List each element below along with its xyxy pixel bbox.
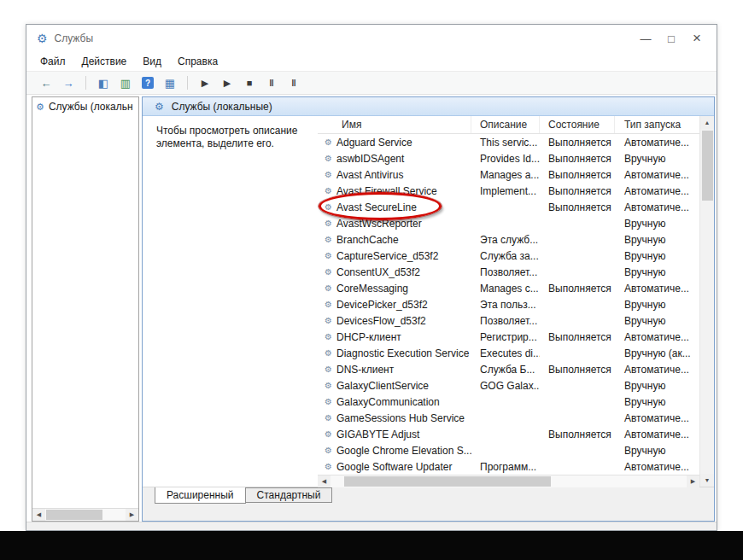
stop-service-icon[interactable]: ■ — [240, 73, 259, 92]
service-row[interactable]: ⚙ Diagnostic Execution Service Executes … — [318, 345, 699, 361]
show-console-tree-icon[interactable]: ◧ — [94, 73, 113, 92]
service-row[interactable]: ⚙ Google Chrome Elevation S... Вручную — [318, 442, 699, 458]
title-bar: ⚙ Службы — □ × — [26, 25, 717, 52]
panel-header-label: Службы (локальные) — [172, 101, 272, 113]
maximize-button[interactable]: □ — [658, 32, 684, 45]
tab-extended[interactable]: Расширенный — [155, 487, 246, 504]
service-gear-icon: ⚙ — [325, 429, 332, 439]
back-icon[interactable]: ← — [37, 73, 56, 92]
service-gear-icon: ⚙ — [325, 462, 332, 471]
service-gear-icon: ⚙ — [325, 251, 332, 260]
scroll-left-icon[interactable]: ◀ — [32, 509, 45, 521]
service-row[interactable]: ⚙ DevicePicker_d53f2 Эта польз... Вручну… — [318, 296, 699, 312]
column-header-description[interactable]: Описание — [471, 116, 540, 133]
column-header-status[interactable]: Состояние — [540, 116, 615, 133]
service-startup-type: Вручную — [615, 445, 699, 457]
tree-scroll-track[interactable] — [45, 509, 126, 521]
service-gear-icon: ⚙ — [325, 219, 332, 228]
list-view-icon[interactable]: ▦ — [161, 73, 179, 92]
tab-standard[interactable]: Стандартный — [245, 487, 333, 503]
service-gear-icon: ⚙ — [325, 413, 332, 423]
service-row[interactable]: ⚙ GalaxyCommunication Вручную — [318, 394, 699, 410]
list-scroll-thumb[interactable] — [344, 476, 551, 487]
restart-service-icon[interactable]: ‖ — [284, 73, 303, 92]
description-hint: Чтобы просмотреть описание элемента, выд… — [156, 125, 306, 151]
menu-action[interactable]: Действие — [82, 55, 127, 67]
service-startup-type: Вручную — [615, 266, 699, 278]
service-row[interactable]: ⚙ ConsentUX_d53f2 Позволяет... Вручную — [318, 264, 699, 280]
service-gear-icon: ⚙ — [325, 381, 332, 390]
service-startup-type: Автоматиче... — [615, 169, 699, 181]
service-row[interactable]: ⚙ GameSessions Hub Service Автоматиче... — [318, 410, 699, 426]
scroll-left-icon[interactable]: ◀ — [318, 475, 331, 487]
list-horizontal-scrollbar[interactable]: ◀ ▶ — [318, 475, 699, 487]
service-row[interactable]: ⚙ Avast Antivirus Manages a... Выполняет… — [318, 166, 699, 183]
services-node-icon: ⚙ — [36, 102, 44, 113]
service-row[interactable]: ⚙ GIGABYTE Adjust Выполняется Автоматиче… — [318, 426, 699, 442]
pause-service-icon[interactable]: ‖ — [262, 73, 281, 92]
tree-horizontal-scrollbar[interactable]: ◀ ▶ — [32, 508, 138, 521]
service-name: Avast SecureLine — [336, 201, 417, 213]
service-row[interactable]: ⚙ aswbIDSAgent Provides Id... Выполняетс… — [318, 150, 699, 166]
service-row[interactable]: ⚙ BranchCache Эта служб... Вручную — [318, 231, 699, 248]
list-scroll-track[interactable] — [331, 475, 687, 487]
column-header-startup-type[interactable]: Тип запуска — [615, 116, 699, 133]
service-name: Adguard Service — [336, 137, 412, 149]
service-row[interactable]: ⚙ CaptureService_d53f2 Служба за... Вруч… — [318, 248, 699, 264]
minimize-button[interactable]: — — [633, 32, 658, 45]
resume-service-icon[interactable]: ▶ — [218, 73, 237, 92]
service-row[interactable]: ⚙ DHCP-клиент Регистрир... Выполняется А… — [318, 329, 699, 345]
scroll-down-icon[interactable]: ▼ — [700, 474, 714, 487]
scroll-right-icon[interactable]: ▶ — [126, 509, 138, 521]
service-description: Provides Id... — [471, 153, 540, 165]
tree-scroll-thumb[interactable] — [46, 510, 102, 520]
description-panel: Чтобы просмотреть описание элемента, выд… — [143, 116, 318, 487]
service-description: Служба за... — [471, 250, 540, 262]
vertical-scrollbar[interactable]: ▲ ▼ — [699, 116, 714, 487]
start-service-icon[interactable]: ▶ — [196, 73, 214, 92]
scroll-right-icon[interactable]: ▶ — [687, 475, 699, 487]
service-row[interactable]: ⚙ Avast Firewall Service Implement... Вы… — [318, 183, 699, 199]
export-list-icon[interactable]: ▥ — [116, 73, 135, 92]
service-name: GameSessions Hub Service — [336, 412, 465, 424]
service-name-cell: ⚙ DHCP-клиент — [318, 331, 471, 343]
vertical-scroll-thumb[interactable] — [702, 131, 713, 201]
list-column-headers: Имя Описание Состояние Тип запуска — [318, 116, 699, 134]
service-row[interactable]: ⚙ GalaxyClientService GOG Galax... Вручн… — [318, 377, 699, 394]
window-controls: — □ × — [633, 30, 710, 47]
service-gear-icon: ⚙ — [325, 365, 332, 374]
service-row[interactable]: ⚙ Avast SecureLine Выполняется Автоматич… — [318, 199, 699, 215]
service-name-cell: ⚙ Avast Firewall Service — [318, 185, 471, 197]
service-startup-type: Автоматиче... — [615, 185, 699, 197]
menu-file[interactable]: Файл — [40, 55, 66, 67]
console-content: ⚙ Службы (локальн ◀ ▶ ⚙ Службы (локальны… — [26, 95, 717, 522]
services-window: ⚙ Службы — □ × Файл Действие Вид Справка… — [26, 24, 717, 531]
menu-view[interactable]: Вид — [143, 55, 161, 67]
service-name-cell: ⚙ ConsentUX_d53f2 — [318, 266, 471, 278]
tree-item-services[interactable]: ⚙ Службы (локальн — [32, 97, 138, 115]
service-row[interactable]: ⚙ Adguard Service This servic... Выполня… — [318, 134, 699, 150]
toolbar: ← → ◧ ▥ ? ▦ ▶ ▶ ■ ‖ ‖ — [26, 71, 717, 95]
forward-icon[interactable]: → — [59, 73, 78, 92]
service-row[interactable]: ⚙ DNS-клиент Служба Б... Выполняется Авт… — [318, 361, 699, 377]
service-name: Diagnostic Execution Service — [336, 347, 469, 359]
service-startup-type: Автоматиче... — [615, 412, 699, 424]
close-button[interactable]: × — [684, 30, 710, 47]
service-row[interactable]: ⚙ AvastWscReporter Вручную — [318, 215, 699, 231]
column-header-name[interactable]: Имя — [318, 116, 471, 133]
service-description: GOG Galax... — [471, 380, 540, 392]
service-startup-type: Вручную — [615, 315, 699, 327]
service-name-cell: ⚙ GameSessions Hub Service — [318, 412, 471, 424]
service-startup-type: Автоматиче... — [615, 283, 699, 295]
service-name-cell: ⚙ AvastWscReporter — [318, 218, 471, 230]
help-icon[interactable]: ? — [138, 73, 157, 92]
service-name-cell: ⚙ Avast SecureLine — [318, 201, 471, 213]
service-row[interactable]: ⚙ Google Software Updater Программ... Ав… — [318, 458, 699, 475]
service-startup-type: Вручную — [615, 234, 699, 246]
service-row[interactable]: ⚙ DevicesFlow_d53f2 Позволяет... Вручную — [318, 312, 699, 329]
scroll-up-icon[interactable]: ▲ — [700, 116, 714, 129]
service-row[interactable]: ⚙ CoreMessaging Manages c... Выполняется… — [318, 280, 699, 296]
menu-help[interactable]: Справка — [178, 55, 218, 67]
window-title: Службы — [55, 32, 93, 44]
taskbar-strip — [0, 531, 743, 560]
